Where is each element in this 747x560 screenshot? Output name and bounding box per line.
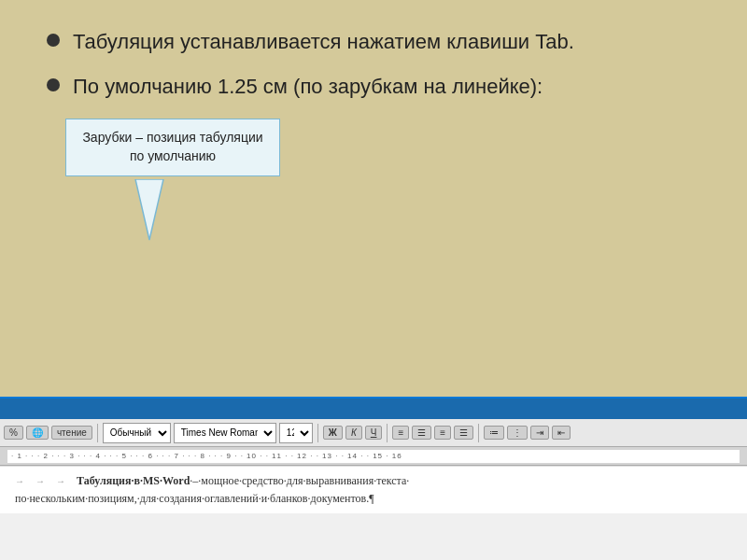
align-left-button[interactable]: ≡	[392, 426, 409, 440]
indent-button[interactable]: ⇥	[530, 426, 549, 440]
word-mockup: % 🌐 чтение Обычный Times New Roman 12 Ж …	[0, 397, 747, 560]
underline-button[interactable]: Ч	[365, 426, 383, 440]
toolbar-sep-3	[387, 424, 388, 442]
callout-text: Зарубки – позиция табуляции по умолчанию	[82, 130, 262, 163]
toolbar-globe[interactable]: 🌐	[26, 426, 49, 440]
list-button[interactable]: ≔	[484, 426, 504, 440]
toolbar-reading[interactable]: чтение	[51, 426, 92, 440]
bullet-text-1: Табуляция устанавливается нажатием клави…	[73, 28, 574, 56]
bullet-item-2: По умолчанию 1.25 см (по зарубкам на лин…	[47, 73, 700, 101]
word-ruler: · 1 · · · 2 · · · 3 · · · 4 · · · 5 · · …	[0, 447, 747, 466]
bullet-dot-1	[47, 34, 60, 47]
align-justify-button[interactable]: ☰	[454, 426, 473, 440]
slide: Табуляция устанавливается нажатием клави…	[0, 0, 747, 560]
align-right-button[interactable]: ≡	[434, 426, 451, 440]
ruler-inner: · 1 · · · 2 · · · 3 · · · 4 · · · 5 · · …	[7, 450, 740, 463]
font-select[interactable]: Times New Roman	[174, 423, 276, 443]
tab-arrow-2: →	[35, 476, 45, 486]
content-line-1: → → → Табуляция·в·MS·Word·–·мощное·средс…	[15, 472, 732, 490]
bullet-dot-2	[47, 78, 60, 91]
bullet-text-2: По умолчанию 1.25 см (по зарубкам на лин…	[73, 73, 543, 101]
style-select[interactable]: Обычный	[103, 423, 171, 443]
content-line-2: по·нескольким·позициям,·для·создания·огл…	[15, 490, 732, 508]
bold-word-text: Табуляция·в·MS·Word	[77, 474, 190, 487]
word-title-bar	[0, 399, 747, 419]
callout-area: Зарубки – позиция табуляции по умолчанию	[47, 119, 700, 268]
tab-arrow-3: →	[56, 476, 65, 486]
size-select[interactable]: 12	[279, 423, 313, 443]
align-center-button[interactable]: ☰	[412, 426, 431, 440]
bold-button[interactable]: Ж	[323, 426, 343, 440]
bullet-list: Табуляция устанавливается нажатием клави…	[47, 28, 700, 100]
content-text-1: → → → Табуляция·в·MS·Word·–·мощное·средс…	[15, 472, 409, 490]
svg-marker-0	[135, 179, 163, 240]
italic-button[interactable]: К	[345, 426, 362, 440]
ruler-marks: · 1 · · · 2 · · · 3 · · · 4 · · · 5 · · …	[11, 452, 736, 460]
toolbar-sep-4	[478, 424, 479, 442]
word-toolbar: % 🌐 чтение Обычный Times New Roman 12 Ж …	[0, 419, 747, 447]
callout-box: Зарубки – позиция табуляции по умолчанию	[65, 119, 280, 175]
list2-button[interactable]: ⋮	[507, 426, 528, 440]
callout-arrow	[121, 179, 177, 245]
outdent-button[interactable]: ⇤	[552, 426, 571, 440]
content-text-2: по·нескольким·позициям,·для·создания·огл…	[15, 490, 374, 508]
tab-arrow-1: →	[15, 476, 24, 486]
toolbar-sep-2	[317, 424, 318, 442]
bullet-item-1: Табуляция устанавливается нажатием клави…	[47, 28, 700, 56]
word-content: → → → Табуляция·в·MS·Word·–·мощное·средс…	[0, 466, 747, 513]
toolbar-sep-1	[97, 424, 98, 442]
toolbar-percent[interactable]: %	[4, 426, 23, 440]
